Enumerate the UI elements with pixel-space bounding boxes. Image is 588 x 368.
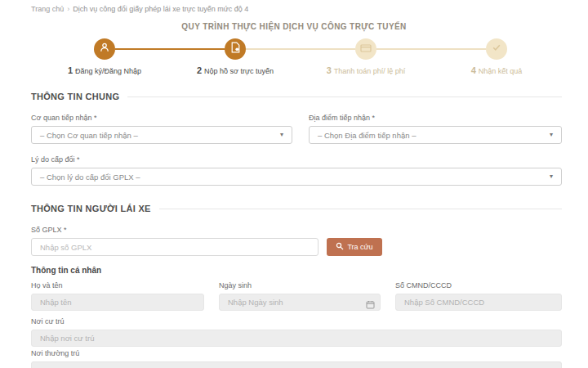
ly-do-select-value: – Chọn lý do cấp đổi GPLX – [40, 173, 140, 182]
ly-do-label: Lý do cấp đổi * [31, 155, 562, 164]
section-title: THÔNG TIN NGƯỜI LÁI XE [31, 204, 151, 213]
so-gplx-input[interactable] [31, 238, 318, 256]
step-1-label: 1Đăng ký/Đăng Nhập [39, 65, 170, 75]
so-gplx-label: Số GPLX * [31, 226, 562, 235]
dia-diem-select-value: – Chọn Địa điểm tiếp nhận – [318, 131, 416, 140]
process-title: QUY TRÌNH THỰC HIỆN DỊCH VỤ CÔNG TRỰC TU… [0, 22, 588, 31]
field-so-cmnd-cccd: Số CMND/CCCD [395, 281, 562, 311]
step-2-label: 2Nộp hồ sơ trực tuyến [170, 65, 301, 75]
dia-diem-label: Địa điểm tiếp nhận * [309, 114, 562, 123]
noi-cu-tru-input[interactable] [31, 330, 562, 347]
cmnd-label: Số CMND/CCCD [395, 281, 562, 290]
result-icon [491, 42, 502, 56]
noi-thuong-tru-label: Nơi thường trú [31, 349, 562, 358]
ho-ten-label: Họ và tên [31, 281, 204, 290]
step-1-circle [94, 38, 115, 60]
noi-thuong-tru-input[interactable] [31, 361, 562, 368]
step-2-circle [225, 38, 246, 60]
step-3-label: 3Thanh toán phí/ lệ phí [301, 65, 431, 75]
breadcrumb: Trang chủ›Dịch vụ công đổi giấy phép lái… [31, 5, 248, 13]
co-quan-label: Cơ quan tiếp nhận * [31, 114, 292, 123]
user-icon [99, 42, 110, 56]
step-3-thanh-toan[interactable]: 3Thanh toán phí/ lệ phí [301, 38, 431, 75]
field-dia-diem-tiep-nhan: Địa điểm tiếp nhận * – Chọn Địa điểm tiế… [309, 114, 562, 144]
noi-cu-tru-label: Nơi cư trú [31, 317, 562, 326]
section-title: THÔNG TIN CHUNG [31, 92, 119, 101]
dia-diem-select[interactable]: – Chọn Địa điểm tiếp nhận – ▾ [309, 126, 562, 144]
step-4-label: 4Nhận kết quả [431, 65, 562, 75]
field-ngay-sinh: Ngày sinh [219, 281, 381, 311]
tra-cuu-button[interactable]: Tra cứu [327, 238, 382, 256]
stepper: 1Đăng ký/Đăng Nhập 2Nộp hồ sơ trực tuyến… [0, 38, 588, 81]
co-quan-select-value: – Chọn Cơ quan tiếp nhận – [40, 131, 138, 140]
payment-icon [360, 42, 372, 56]
breadcrumb-separator: › [67, 5, 69, 13]
ly-do-select[interactable]: – Chọn lý do cấp đổi GPLX – ▾ [31, 168, 562, 186]
chevron-down-icon: ▾ [550, 132, 553, 138]
step-4-nhan-ket-qua[interactable]: 4Nhận kết quả [431, 38, 562, 75]
field-co-quan-tiep-nhan: Cơ quan tiếp nhận * – Chọn Cơ quan tiếp … [31, 114, 292, 144]
personal-info-title: Thông tin cá nhân [31, 266, 101, 275]
step-3-circle [355, 38, 376, 60]
document-icon [230, 42, 241, 56]
ho-ten-input[interactable] [31, 294, 204, 311]
field-so-gplx: Số GPLX * Tra cứu [31, 226, 562, 256]
page: Trang chủ›Dịch vụ công đổi giấy phép lái… [0, 0, 588, 368]
field-ho-va-ten: Họ và tên [31, 281, 204, 311]
section-rule [127, 96, 562, 97]
field-noi-thuong-tru: Nơi thường trú [31, 349, 562, 368]
step-1-dang-ky[interactable]: 1Đăng ký/Đăng Nhập [39, 38, 170, 75]
breadcrumb-home[interactable]: Trang chủ [31, 5, 64, 13]
step-2-nop-ho-so[interactable]: 2Nộp hồ sơ trực tuyến [170, 38, 301, 75]
ngay-sinh-label: Ngày sinh [219, 281, 381, 290]
cmnd-input[interactable] [395, 294, 562, 311]
field-ly-do-cap-doi: Lý do cấp đổi * – Chọn lý do cấp đổi GPL… [31, 155, 562, 186]
chevron-down-icon: ▾ [280, 132, 283, 138]
section-thong-tin-nguoi-lai-xe: THÔNG TIN NGƯỜI LÁI XE [31, 204, 562, 213]
chevron-down-icon: ▾ [550, 173, 553, 180]
tra-cuu-label: Tra cứu [347, 243, 372, 251]
section-rule [159, 209, 562, 209]
field-noi-cu-tru: Nơi cư trú [31, 317, 562, 347]
search-icon [336, 242, 344, 252]
step-4-circle [486, 38, 507, 60]
breadcrumb-current: Dịch vụ công đổi giấy phép lái xe trực t… [73, 5, 248, 13]
section-thong-tin-chung: THÔNG TIN CHUNG [31, 92, 562, 101]
ngay-sinh-input[interactable] [219, 294, 381, 311]
co-quan-select[interactable]: – Chọn Cơ quan tiếp nhận – ▾ [31, 126, 292, 144]
